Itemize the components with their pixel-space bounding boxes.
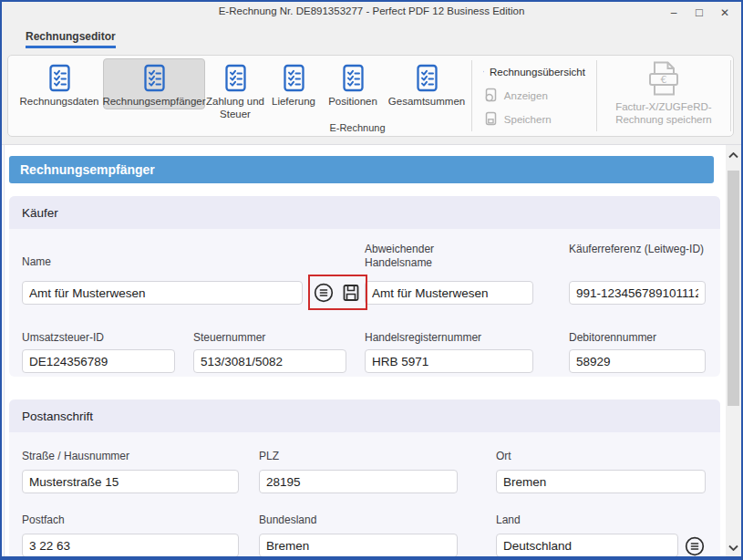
ribbon: Rechnungsdaten Rechnungsempfänger Zahlun…: [2, 53, 741, 144]
ribbon-button-label: Speichern: [504, 114, 552, 125]
ribbon-button-rechnungsempfaenger[interactable]: Rechnungsempfänger: [103, 58, 205, 109]
section-kaeufer-title: Käufer: [9, 196, 720, 229]
strasse-label: Straße / Hausnummer: [22, 450, 129, 463]
bundesland-input[interactable]: [259, 534, 458, 556]
steuernummer-input[interactable]: [193, 349, 346, 373]
app-window: E-Rechnung Nr. DE891353277 - Perfect PDF…: [0, 0, 743, 560]
ribbon-button-label: Rechnungsempfänger: [102, 96, 205, 109]
leitweg-input[interactable]: [569, 281, 706, 305]
invoice-checklist-icon: [412, 63, 442, 93]
scroll-up-button[interactable]: [726, 147, 741, 163]
ribbon-group-label: E-Rechnung: [307, 122, 408, 133]
leitweg-label: Käuferreferenz (Leitweg-ID): [569, 243, 707, 256]
ribbon-button-speichern[interactable]: Speichern: [483, 111, 585, 127]
ribbon-separator: [471, 60, 472, 131]
invoice-checklist-icon: [221, 63, 251, 93]
postfach-input[interactable]: [22, 534, 239, 556]
name-save-button[interactable]: [340, 282, 362, 304]
invoice-checklist-icon: [279, 63, 309, 93]
euro-document-icon: €: [643, 58, 685, 99]
ribbon-button-gesamtsummen[interactable]: Gesamtsummen: [384, 58, 470, 109]
circled-menu-icon: [313, 282, 335, 304]
ribbon-button-lieferung[interactable]: Lieferung: [265, 58, 322, 109]
invoice-checklist-icon: [45, 63, 75, 93]
ribbon-button-zahlung-und-steuer[interactable]: Zahlung und Steuer: [205, 58, 265, 122]
ribbon-separator: [596, 60, 597, 131]
ribbon-button-positionen[interactable]: Positionen: [322, 58, 384, 109]
scroll-down-button[interactable]: [726, 539, 741, 555]
title-bar: E-Rechnung Nr. DE891353277 - Perfect PDF…: [2, 2, 741, 24]
svg-text:€: €: [660, 74, 666, 86]
close-button[interactable]: ✕: [712, 2, 738, 24]
tab-rechnungseditor[interactable]: Rechnungseditor: [26, 30, 116, 48]
ribbon-button-label: Positionen: [328, 96, 377, 109]
debitor-input[interactable]: [569, 349, 706, 373]
ort-input[interactable]: [496, 470, 706, 493]
debitor-label: Debitorennummer: [569, 331, 656, 345]
minimize-button[interactable]: –: [661, 2, 686, 24]
scrollbar-thumb[interactable]: [728, 171, 739, 406]
handelsname-input[interactable]: [365, 281, 533, 305]
ribbon-separator: [730, 60, 731, 131]
invoice-checklist-icon: [139, 63, 170, 93]
plz-label: PLZ: [259, 450, 279, 463]
steuernummer-label: Steuernummer: [193, 331, 265, 345]
plz-input[interactable]: [259, 470, 458, 493]
name-options-button[interactable]: [313, 282, 335, 304]
floppy-disk-icon: [340, 282, 362, 304]
name-label: Name: [22, 255, 51, 269]
ribbon-panel: Rechnungsdaten Rechnungsempfänger Zahlun…: [7, 55, 734, 137]
save-page-icon: [483, 111, 499, 127]
land-input[interactable]: [496, 534, 678, 556]
chevron-down-icon: [728, 544, 738, 551]
window-title: E-Rechnung Nr. DE891353277 - Perfect PDF…: [2, 5, 741, 16]
ort-label: Ort: [496, 450, 511, 463]
page-title: Rechnungsempfänger: [9, 156, 714, 183]
ustid-label: Umsatzsteuer-ID: [22, 331, 104, 345]
ribbon-side-buttons: € Rechnungsübersicht Anzeigen Speichern: [474, 56, 594, 136]
ribbon-button-label: Anzeigen: [504, 90, 548, 101]
handelsregister-label: Handelsregisternummer: [365, 331, 481, 345]
vertical-scrollbar[interactable]: [726, 145, 741, 556]
ribbon-button-label: Gesamtsummen: [388, 96, 465, 109]
land-label: Land: [496, 513, 521, 527]
circled-menu-icon: [684, 535, 706, 556]
section-postanschrift-title: Postanschrift: [9, 399, 720, 432]
ribbon-button-label: Zahlung und Steuer: [206, 96, 264, 121]
name-input[interactable]: [22, 281, 303, 305]
ribbon-button-rechnungsdaten[interactable]: Rechnungsdaten: [15, 58, 103, 109]
land-options-button[interactable]: [684, 535, 706, 556]
window-controls: – □ ✕: [661, 2, 738, 24]
ribbon-button-rechnungsuebersicht[interactable]: € Rechnungsübersicht: [483, 64, 585, 79]
handelsregister-input[interactable]: [365, 349, 533, 373]
postfach-label: Postfach: [22, 513, 65, 527]
maximize-button[interactable]: □: [686, 2, 712, 24]
ribbon-button-facturx-speichern[interactable]: € Factur-X/ZUGFeRD-Rechnung speichern: [599, 56, 729, 136]
bundesland-label: Bundesland: [259, 513, 316, 527]
ribbon-button-label: Rechnungsdaten: [20, 96, 99, 109]
ribbon-button-anzeigen[interactable]: Anzeigen: [483, 88, 585, 103]
ustid-input[interactable]: [22, 349, 175, 373]
preview-page-icon: [483, 88, 499, 103]
ribbon-tab-row: Rechnungseditor: [2, 24, 741, 53]
svg-text:€: €: [483, 71, 484, 72]
invoice-checklist-icon: [338, 63, 368, 93]
handelsname-label: Abweichender Handelsname: [365, 243, 483, 270]
invoice-editor-page: Rechnungsempfänger Käufer Name Abweichen…: [2, 144, 741, 556]
ribbon-button-label: Lieferung: [272, 96, 315, 109]
ribbon-button-label: Rechnungsübersicht: [490, 67, 585, 78]
euro-badge-icon: €: [483, 64, 484, 79]
ribbon-button-label: Factur-X/ZUGFeRD-Rechnung speichern: [599, 100, 729, 127]
strasse-input[interactable]: [22, 470, 239, 493]
chevron-up-icon: [728, 152, 738, 159]
